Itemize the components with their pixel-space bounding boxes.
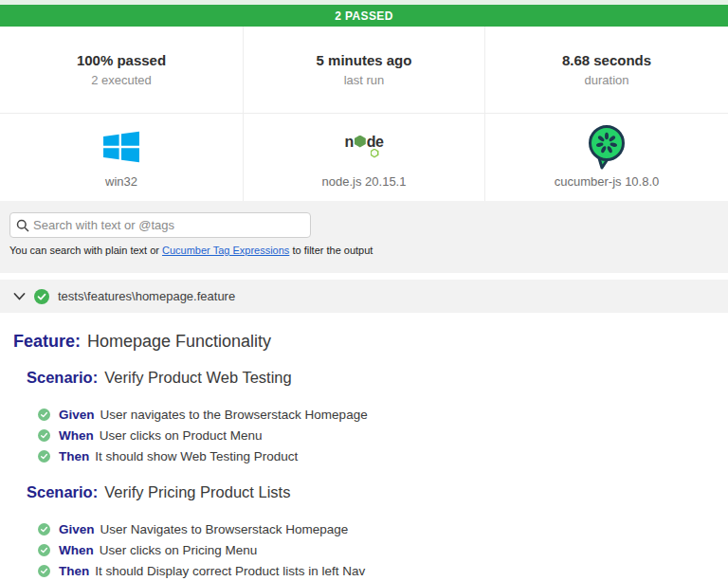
search-icon: [16, 219, 29, 232]
step-keyword: When: [59, 428, 94, 443]
status-banner: 2 PASSED: [0, 5, 728, 27]
stat-passed-subtitle: 2 executed: [91, 73, 152, 87]
stat-duration-title: 8.68 seconds: [562, 52, 651, 68]
step-keyword: Given: [59, 408, 95, 422]
stat-duration-subtitle: duration: [585, 73, 629, 87]
step-text: User clicks on Pricing Menu: [100, 543, 258, 557]
step-text: User navigates to the Browserstack Homep…: [100, 408, 368, 422]
search-input[interactable]: [33, 218, 304, 232]
step-row: Then It should Display correct Product l…: [38, 560, 728, 581]
step-keyword: Then: [59, 449, 89, 463]
cucumber-tag-expressions-link[interactable]: Cucumber Tag Expressions: [162, 245, 289, 256]
step-check-icon: [38, 429, 50, 442]
scenario-name: Verify Pricing Product Lists: [104, 483, 290, 500]
steps-list: Given User navigates to the Browserstack…: [38, 404, 728, 466]
stat-lastrun-subtitle: last run: [344, 73, 385, 87]
feature-status-check-icon: [34, 289, 49, 304]
search-section: You can search with plain text or Cucumb…: [0, 201, 728, 273]
step-row: Given User Navigates to Browserstack Hom…: [38, 518, 728, 539]
env-node-label: node.js 20.15.1: [322, 174, 407, 189]
scenarios: Scenario:Verify Product Web Testing Give…: [13, 369, 728, 581]
search-box[interactable]: [9, 212, 311, 238]
step-check-icon: [38, 450, 50, 463]
step-keyword: Then: [59, 564, 89, 578]
steps-list: Given User Navigates to Browserstack Hom…: [38, 518, 728, 581]
env-node: n de node.js 20.15.1: [243, 114, 485, 201]
scenario-keyword: Scenario:: [27, 369, 98, 386]
search-help-suffix: to filter the output: [289, 245, 373, 256]
feature-keyword: Feature:: [13, 332, 81, 351]
feature-file-row[interactable]: tests\features\homepage.feature: [0, 280, 728, 313]
step-row: When User clicks on Pricing Menu: [38, 539, 728, 560]
feature-file-path: tests\features\homepage.feature: [58, 289, 235, 303]
search-help-prefix: You can search with plain text or: [9, 245, 162, 256]
step-text: User clicks on Product Menu: [100, 428, 263, 443]
chevron-down-icon[interactable]: [13, 292, 26, 301]
env-os: win32: [0, 114, 243, 201]
env-os-label: win32: [105, 174, 137, 189]
step-keyword: When: [59, 543, 94, 557]
step-keyword: Given: [59, 522, 95, 536]
cucumber-icon: [585, 127, 628, 167]
scenario-keyword: Scenario:: [27, 483, 98, 500]
section-gap: [0, 273, 728, 280]
search-help: You can search with plain text or Cucumb…: [9, 245, 719, 256]
env-cucumber-label: cucumber-js 10.8.0: [555, 174, 660, 189]
step-check-icon: [38, 523, 50, 536]
scenario-block: Scenario:Verify Pricing Product Lists Gi…: [27, 483, 728, 581]
step-text: It should Display correct Product lists …: [95, 564, 365, 578]
windows-icon: [101, 127, 141, 167]
status-banner-label: 2 PASSED: [335, 9, 393, 23]
feature-heading: Feature:Homepage Functionality: [13, 332, 728, 352]
stat-lastrun-title: 5 minutes ago: [317, 52, 412, 68]
step-check-icon: [38, 565, 50, 577]
stat-passed-title: 100% passed: [77, 52, 166, 68]
report-body: Feature:Homepage Functionality Scenario:…: [0, 313, 728, 581]
step-check-icon: [38, 544, 50, 556]
summary-grid: 100% passed 2 executed 5 minutes ago las…: [0, 27, 728, 201]
step-check-icon: [38, 409, 50, 421]
step-row: Then It should show Web Testing Product: [38, 445, 728, 466]
stat-lastrun: 5 minutes ago last run: [243, 27, 485, 114]
scenario-heading: Scenario:Verify Pricing Product Lists: [27, 483, 728, 501]
stat-passed: 100% passed 2 executed: [0, 27, 243, 114]
scenario-name: Verify Product Web Testing: [104, 369, 292, 386]
env-cucumber: cucumber-js 10.8.0: [485, 114, 728, 201]
step-text: User Navigates to Browserstack Homepage: [100, 522, 349, 536]
feature-name: Homepage Functionality: [87, 332, 271, 351]
scenario-heading: Scenario:Verify Product Web Testing: [27, 369, 728, 387]
step-row: Given User navigates to the Browserstack…: [38, 404, 728, 425]
stat-duration: 8.68 seconds duration: [485, 27, 728, 114]
step-text: It should show Web Testing Product: [95, 449, 298, 463]
scenario-block: Scenario:Verify Product Web Testing Give…: [27, 369, 728, 466]
step-row: When User clicks on Product Menu: [38, 425, 728, 445]
nodejs-icon: n de: [345, 127, 384, 167]
